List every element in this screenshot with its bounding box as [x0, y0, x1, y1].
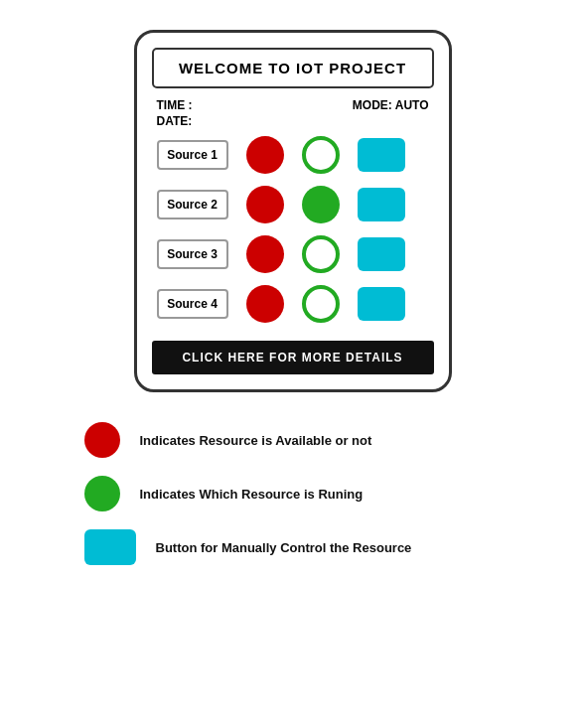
panel-title: WELCOME TO IOT PROJECT	[152, 48, 434, 88]
source-2-manual-button[interactable]	[358, 188, 405, 221]
source-4-available-indicator	[246, 285, 284, 323]
info-right: MODE: AUTO	[353, 98, 429, 128]
source-rows: Source 1 Source 2 Source 3 So	[152, 136, 434, 323]
source-4-label: Source 4	[157, 289, 228, 319]
legend-red-text: Indicates Resource is Available or not	[140, 433, 372, 448]
mode-value: AUTO	[395, 98, 429, 112]
source-1-manual-button[interactable]	[358, 138, 405, 172]
source-row-3: Source 3	[152, 235, 434, 273]
info-left: TIME : DATE:	[157, 98, 193, 128]
source-4-manual-button[interactable]	[358, 287, 405, 321]
legend-red-circle	[84, 422, 120, 458]
source-row-4: Source 4	[152, 285, 434, 323]
source-3-running-indicator	[302, 235, 340, 273]
legend-green-text: Indicates Which Resource is Runing	[140, 487, 364, 502]
legend-cyan-button	[84, 529, 136, 565]
source-1-available-indicator	[246, 136, 284, 174]
details-button[interactable]: CLICK HERE FOR MORE DETAILS	[152, 341, 434, 374]
panel-info: TIME : DATE: MODE: AUTO	[152, 98, 434, 128]
date-label: DATE:	[157, 114, 193, 128]
source-2-available-indicator	[246, 186, 284, 223]
source-row-2: Source 2	[152, 186, 434, 223]
device-panel: WELCOME TO IOT PROJECT TIME : DATE: MODE…	[134, 30, 452, 392]
source-2-running-indicator	[302, 186, 340, 223]
source-1-label: Source 1	[157, 140, 228, 170]
source-4-running-indicator	[302, 285, 340, 323]
source-3-manual-button[interactable]	[358, 237, 405, 271]
legend-item-green: Indicates Which Resource is Runing	[84, 476, 521, 511]
legend-item-red: Indicates Resource is Available or not	[84, 422, 521, 458]
mode-label: MODE:	[353, 98, 392, 112]
source-row-1: Source 1	[152, 136, 434, 174]
time-label: TIME :	[157, 98, 193, 112]
legend-green-circle	[84, 476, 120, 511]
legend-btn-text: Button for Manually Control the Resource	[156, 540, 412, 555]
source-1-running-indicator	[302, 136, 340, 174]
source-2-label: Source 2	[157, 190, 228, 219]
legend-section: Indicates Resource is Available or not I…	[65, 422, 521, 565]
source-3-label: Source 3	[157, 239, 228, 269]
main-container: WELCOME TO IOT PROJECT TIME : DATE: MODE…	[0, 0, 585, 585]
source-3-available-indicator	[246, 235, 284, 273]
legend-item-btn: Button for Manually Control the Resource	[84, 529, 521, 565]
